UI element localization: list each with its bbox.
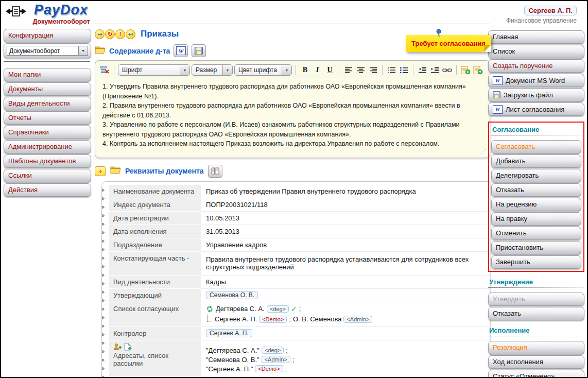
spiral-binding bbox=[101, 186, 106, 377]
config-select-value: Документооборот bbox=[7, 46, 78, 56]
size-select[interactable]: Размер ▼ bbox=[192, 64, 233, 76]
sidebar-item-templates[interactable]: Шаблоны документов bbox=[4, 154, 91, 168]
list-button[interactable]: Список bbox=[488, 45, 584, 58]
status-forward-icon[interactable]: ↦ bbox=[95, 29, 105, 39]
field-label: Утверждающий bbox=[109, 289, 201, 302]
field-value[interactable]: Кадры bbox=[201, 276, 490, 289]
status-sticky-note[interactable]: Требует согласования bbox=[406, 35, 491, 52]
add-requisite-button[interactable]: + bbox=[95, 166, 106, 176]
add-agreer-button[interactable]: Добавить bbox=[491, 154, 581, 168]
sidebar-item-administration[interactable]: Администрирование bbox=[4, 140, 91, 153]
to-edit-button[interactable]: На правку bbox=[491, 212, 581, 226]
refuse-agreement-button[interactable]: Отказать bbox=[491, 183, 581, 197]
agreer-name[interactable]: О. В. Семенова bbox=[293, 315, 341, 323]
sidebar-item-directories[interactable]: Справочники bbox=[4, 126, 91, 139]
home-button[interactable]: Главная bbox=[488, 30, 584, 44]
agreement-sheet-button[interactable]: W Лист согласования bbox=[488, 102, 584, 116]
numbered-list-icon[interactable] bbox=[386, 64, 397, 76]
refuse-approval-button[interactable]: Отказать bbox=[488, 307, 584, 320]
table-row: Индекс документа ПОПР20031021/118 bbox=[109, 198, 490, 212]
check-icon: ✓ bbox=[291, 305, 297, 313]
agreer-name[interactable]: Дегтярева С. А. bbox=[216, 305, 265, 313]
bold-button[interactable]: B bbox=[300, 64, 310, 76]
content-editor: Шрифт ▼ Размер ▼ Цвет шрифта ▼ B I U bbox=[95, 60, 490, 158]
sidebar-item-activities[interactable]: Виды деятельности bbox=[4, 97, 91, 110]
bullet-list-icon[interactable] bbox=[399, 64, 409, 76]
add-document-icon[interactable] bbox=[124, 343, 132, 351]
section-divider bbox=[488, 287, 584, 288]
chevron-down-icon[interactable]: ▼ bbox=[180, 65, 189, 75]
resize-handle[interactable]: ⋰ bbox=[481, 147, 487, 155]
create-assignment-button[interactable]: Создать поручение bbox=[488, 59, 584, 73]
export-text-icon[interactable] bbox=[473, 64, 483, 76]
registry-book-button[interactable] bbox=[208, 165, 222, 178]
left-sidebar: Конфигурация Документооборот ▼ Мои папки… bbox=[4, 29, 91, 198]
status-alert-icon[interactable]: ! bbox=[115, 29, 125, 39]
execution-progress-button[interactable]: Ход исполнения bbox=[488, 355, 584, 369]
align-right-icon[interactable] bbox=[368, 64, 378, 76]
align-center-icon[interactable] bbox=[355, 64, 366, 76]
sidebar-item-documents[interactable]: Документы bbox=[4, 82, 91, 96]
field-value[interactable]: ПОПР20031021/118 bbox=[201, 198, 490, 212]
finish-button[interactable]: Завершить bbox=[491, 255, 581, 269]
separator-text: ; bbox=[299, 305, 301, 313]
field-value[interactable]: Правила внутреннего трудового распорядка… bbox=[201, 252, 490, 276]
save-content-button[interactable] bbox=[192, 44, 206, 57]
cancel-button[interactable]: Отменить bbox=[491, 227, 581, 240]
ms-word-document-label: Документ MS Word bbox=[506, 75, 565, 87]
delegate-button[interactable]: Делегировать bbox=[491, 169, 581, 182]
indent-icon[interactable] bbox=[429, 64, 440, 76]
table-row: Дата исполнения 31.05.2013 bbox=[109, 225, 490, 238]
italic-button[interactable]: I bbox=[312, 64, 323, 76]
add-person-icon[interactable] bbox=[113, 343, 122, 351]
ms-word-document-button[interactable]: W Документ MS Word bbox=[488, 74, 584, 87]
word-icon: W bbox=[493, 76, 503, 85]
clear-format-button[interactable] bbox=[99, 64, 110, 76]
sidebar-item-actions[interactable]: Действия bbox=[4, 183, 91, 197]
status-back-icon[interactable]: ↤ bbox=[126, 29, 135, 39]
upload-file-button[interactable]: Загрузить файл bbox=[488, 88, 584, 101]
field-value[interactable]: 10.05.2013 bbox=[201, 212, 490, 225]
status-refresh-icon[interactable]: ↻ bbox=[105, 29, 115, 39]
link-icon[interactable] bbox=[442, 64, 453, 76]
agreement-section-title: Согласование bbox=[492, 126, 580, 133]
config-button[interactable]: Конфигурация bbox=[4, 29, 91, 42]
align-left-icon[interactable] bbox=[343, 64, 354, 76]
status-cancelled-button[interactable]: Статус «Отменено» bbox=[488, 370, 584, 378]
font-color-select[interactable]: Цвет шрифта ▼ bbox=[234, 64, 292, 76]
field-label: Дата исполнения bbox=[109, 225, 201, 238]
agreer-name[interactable]: Сергеев А. П. bbox=[215, 315, 257, 323]
toolbar-separator bbox=[114, 65, 114, 75]
person-badge[interactable]: Семенова О. В. bbox=[206, 291, 258, 299]
user-department: Финансовое управление bbox=[506, 17, 577, 24]
font-select[interactable]: Шрифт ▼ bbox=[118, 64, 190, 76]
folder-icon bbox=[110, 166, 121, 176]
word-export-button[interactable]: W bbox=[174, 44, 188, 57]
config-select[interactable]: Документооборот ▼ bbox=[7, 46, 88, 56]
underline-button[interactable]: U bbox=[324, 64, 335, 76]
field-value[interactable]: Приказ об утверждении Правил внутреннего… bbox=[201, 185, 490, 198]
field-value[interactable]: 31.05.2013 bbox=[201, 225, 490, 238]
outdent-icon[interactable] bbox=[417, 64, 428, 76]
resolution-button[interactable]: Резолюция bbox=[488, 341, 584, 354]
suspend-button[interactable]: Приостановить bbox=[491, 241, 581, 254]
import-text-icon[interactable] bbox=[460, 64, 471, 76]
field-value[interactable]: Управление кадров bbox=[201, 238, 490, 252]
chevron-down-icon[interactable]: ▼ bbox=[282, 65, 291, 75]
addressee-name[interactable]: "Сергеев А. П." bbox=[206, 365, 253, 373]
addressee-name[interactable]: "Семенова О. В." bbox=[206, 356, 260, 364]
to-review-button[interactable]: На рецензию bbox=[491, 198, 581, 211]
person-badge[interactable]: Сергеев А. П. bbox=[206, 329, 252, 337]
current-user-badge[interactable]: Сергеев А. П. bbox=[524, 6, 577, 15]
agree-button[interactable]: Согласовать bbox=[491, 140, 581, 153]
sticky-note-text: Требует согласования bbox=[411, 40, 486, 47]
document-text-editor[interactable]: 1. Утвердить Правила внутреннего трудово… bbox=[97, 78, 488, 156]
save-icon bbox=[195, 47, 203, 55]
sidebar-item-links[interactable]: Ссылки bbox=[4, 169, 91, 182]
sidebar-item-reports[interactable]: Отчеты bbox=[4, 111, 91, 125]
chevron-down-icon[interactable]: ▼ bbox=[78, 46, 88, 56]
sidebar-item-my-folders[interactable]: Мои папки bbox=[4, 68, 91, 81]
print-icon[interactable] bbox=[5, 5, 27, 20]
addressee-name[interactable]: "Дегтярева С. А." bbox=[206, 347, 260, 354]
chevron-down-icon[interactable]: ▼ bbox=[222, 65, 232, 75]
